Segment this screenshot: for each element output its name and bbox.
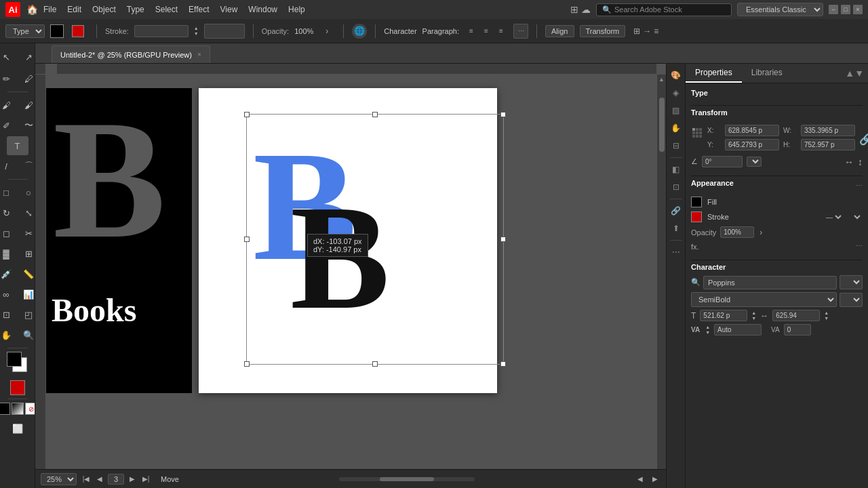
w-input[interactable]	[801, 125, 855, 136]
paragraph-label[interactable]: Paragraph:	[422, 27, 459, 35]
opacity-app-input[interactable]	[720, 226, 754, 238]
selection-tool[interactable]: ↖	[0, 47, 17, 66]
fill-color-box[interactable]	[50, 24, 64, 38]
va-stepper[interactable]: ▲ ▼	[705, 325, 710, 335]
lock-proportions[interactable]: 🔗	[859, 125, 868, 153]
eyedropper-tool[interactable]: 💉	[0, 264, 17, 283]
playback-prev-btn[interactable]: ◀	[635, 474, 646, 485]
vertical-scrollbar[interactable]: ▲ ▼	[656, 75, 666, 479]
more-fx-btn[interactable]: ⋯	[856, 242, 863, 249]
menu-window[interactable]: Window	[248, 5, 277, 14]
y-input[interactable]	[725, 139, 779, 150]
smooth-tool[interactable]: 〜	[18, 116, 35, 135]
first-page-btn[interactable]: |◀	[81, 474, 92, 485]
tab-properties[interactable]: Properties	[686, 64, 742, 83]
x-input[interactable]	[725, 125, 779, 136]
more-appearance-btn[interactable]: ⋯	[856, 182, 863, 189]
zoom-tool[interactable]: 🔍	[18, 325, 35, 344]
menu-help[interactable]: Help	[288, 5, 305, 14]
opacity-expand-btn[interactable]: ›	[760, 228, 762, 237]
flip-h-icon[interactable]: ↔	[844, 157, 854, 167]
scroll-thumb-vertical[interactable]	[659, 98, 665, 152]
direct-selection-tool[interactable]: ↗	[18, 47, 35, 66]
font-dropdown[interactable]	[840, 275, 863, 289]
export-btn[interactable]: ⬆	[669, 221, 684, 236]
artboard-tool[interactable]: ⊡	[0, 305, 17, 324]
gradient-mode[interactable]	[12, 403, 24, 415]
minimize-button[interactable]: −	[829, 5, 838, 14]
line-tool[interactable]: /	[0, 157, 17, 176]
layers-btn[interactable]: ◧	[669, 162, 684, 177]
next-page-btn[interactable]: ▶	[127, 474, 138, 485]
gradient-tool[interactable]: ▓	[0, 244, 17, 263]
menu-file[interactable]: File	[43, 5, 56, 14]
image-trace-btn[interactable]: ▨	[669, 103, 684, 118]
fill-swatch[interactable]	[691, 197, 702, 207]
more-options-btn[interactable]: ⋯	[513, 24, 528, 39]
workspace-select[interactable]: Essentials Classic	[737, 3, 823, 16]
scale-tool[interactable]: ⤡	[18, 203, 35, 222]
align-left-btn[interactable]: ≡	[465, 24, 478, 38]
font-size-input[interactable]	[700, 310, 747, 321]
fill-mode[interactable]	[0, 403, 10, 415]
no-fill-mode[interactable]: ⊘	[25, 403, 36, 415]
more-panel-btn[interactable]: ⋯	[669, 245, 684, 260]
rotate-tool[interactable]: ↻	[0, 203, 17, 222]
puppet-warp-btn[interactable]: ✋	[669, 121, 684, 136]
menu-effect[interactable]: Effect	[189, 5, 209, 14]
blob-brush-tool[interactable]: 🖌	[18, 96, 35, 115]
stroke-input[interactable]	[134, 25, 189, 37]
panel-scroll-down[interactable]: ▼	[854, 68, 864, 79]
type-dropdown[interactable]: Type	[5, 24, 45, 38]
artboards-btn[interactable]: ⊡	[669, 180, 684, 195]
stroke-style-select[interactable]	[204, 24, 245, 39]
link-btn[interactable]: 🔗	[669, 203, 684, 218]
search-stock-box[interactable]: 🔍 Search Adobe Stock	[596, 3, 732, 16]
stroke-color-swatch[interactable]	[10, 380, 25, 395]
stroke-type-dropdown[interactable]	[849, 213, 863, 222]
stroke-indicator[interactable]	[691, 211, 702, 222]
white-canvas[interactable]: B B	[199, 88, 497, 393]
align-center-btn[interactable]: ≡	[479, 24, 493, 38]
font-weight-dropdown[interactable]: SemiBold	[691, 292, 837, 307]
font-size-arrows[interactable]: ▲ ▼	[751, 310, 756, 321]
close-button[interactable]: ×	[853, 5, 863, 14]
measure-tool[interactable]: 📏	[18, 264, 35, 283]
transform-button[interactable]: Transform	[580, 25, 626, 37]
arc-tool[interactable]: ⌒	[18, 157, 35, 176]
more-icons-btn[interactable]: ⊞ → ≡	[633, 26, 658, 36]
align-button[interactable]: Align	[545, 25, 574, 37]
panel-scroll-up[interactable]: ▲	[845, 68, 854, 79]
curvature-tool[interactable]: 🖊	[18, 69, 35, 88]
tracking-input[interactable]	[772, 310, 820, 321]
va-input[interactable]	[714, 324, 762, 336]
zoom-select[interactable]: 25%	[41, 473, 77, 485]
h-input[interactable]	[801, 139, 855, 150]
menu-edit[interactable]: Edit	[67, 5, 81, 14]
blend-tool[interactable]: ∞	[0, 285, 17, 304]
hand-tool[interactable]: ✋	[0, 325, 17, 344]
menu-select[interactable]: Select	[155, 5, 178, 14]
va2-input[interactable]	[784, 324, 811, 336]
appearance-btn[interactable]: ◈	[669, 85, 684, 100]
prev-page-btn[interactable]: ◀	[94, 474, 105, 485]
scroll-up-btn[interactable]: ▲	[657, 75, 667, 84]
restore-button[interactable]: □	[841, 5, 850, 14]
flip-v-icon[interactable]: ↕	[858, 157, 863, 167]
tab-libraries[interactable]: Libraries	[742, 64, 792, 83]
transform-reference-point[interactable]	[691, 125, 703, 141]
expand-opacity-btn[interactable]: ›	[319, 23, 335, 39]
stroke-arrows[interactable]: ▲ ▼	[194, 26, 199, 36]
rectangle-tool[interactable]: □	[0, 183, 17, 202]
menu-type[interactable]: Type	[127, 5, 144, 14]
stroke-dropdown[interactable]: —	[823, 213, 844, 222]
foreground-color[interactable]	[7, 352, 22, 367]
chart-tool[interactable]: 📊	[18, 285, 35, 304]
change-screen-mode[interactable]: ⬜	[7, 419, 28, 438]
tracking-arrows[interactable]: ▲ ▼	[824, 310, 829, 321]
pencil-tool[interactable]: ✐	[0, 116, 17, 135]
angle-input[interactable]	[702, 156, 743, 167]
color-wheel-btn[interactable]: 🎨	[669, 68, 684, 83]
font-input[interactable]	[703, 276, 837, 289]
angle-dropdown[interactable]	[747, 157, 762, 167]
